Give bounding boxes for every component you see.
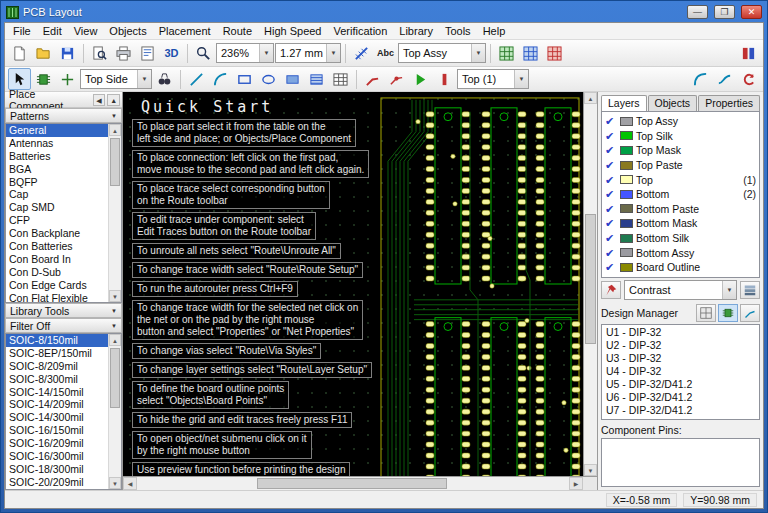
pattern-item[interactable]: CFP [6, 214, 108, 227]
pattern-item[interactable]: General [6, 124, 108, 137]
layer-row[interactable]: ✔Bottom Silk [603, 231, 758, 246]
dm-nets-button[interactable] [740, 304, 760, 322]
layer-row[interactable]: ✔Top Assy [603, 114, 758, 129]
footprint-item[interactable]: SOIC-14/150mil [6, 386, 108, 399]
footprint-item[interactable]: SOIC-16/209mil [6, 437, 108, 450]
menu-item-tools[interactable]: Tools [439, 24, 477, 38]
layer-row[interactable]: ✔Top Mask [603, 143, 758, 158]
scroll-up-icon[interactable]: ▲ [584, 92, 597, 104]
layer-color-swatch[interactable] [620, 219, 633, 228]
layer-visibility-checkbox[interactable]: ✔ [605, 232, 617, 244]
smooth-trace-button[interactable] [713, 68, 736, 90]
menu-item-high-speed[interactable]: High Speed [258, 24, 328, 38]
collapse-up-icon[interactable]: ▲ [107, 94, 120, 106]
chevron-down-icon[interactable]: ▼ [514, 70, 528, 88]
footprint-item[interactable]: SOIC-16/150mil [6, 424, 108, 437]
pattern-item[interactable]: Con Flat Flexible [6, 292, 108, 302]
tab-objects[interactable]: Objects [648, 95, 698, 111]
minimize-button[interactable]: — [687, 5, 708, 19]
copper-pour-button[interactable] [305, 68, 328, 90]
layer-pin-button[interactable] [601, 281, 621, 299]
layer-row[interactable]: ✔Bottom Assy [603, 245, 758, 260]
footprint-item[interactable]: SOIC-8/150mil [6, 334, 108, 347]
menu-item-view[interactable]: View [68, 24, 104, 38]
close-button[interactable]: ✕ [741, 5, 762, 19]
pattern-item[interactable]: Con Backplane [6, 227, 108, 240]
layer-color-swatch[interactable] [620, 248, 633, 257]
update-traces-button[interactable] [737, 68, 760, 90]
footprint-item[interactable]: SOIC-8/209mil [6, 360, 108, 373]
place-rectangle-button[interactable] [233, 68, 256, 90]
component-item[interactable]: U3 - DIP-32 [602, 352, 759, 365]
layer-row[interactable]: ✔Bottom Paste [603, 202, 758, 217]
layer-visibility-checkbox[interactable]: ✔ [605, 174, 617, 186]
pattern-item[interactable]: Cap SMD [6, 201, 108, 214]
dm-components-button[interactable] [718, 304, 738, 322]
save-button[interactable] [56, 42, 79, 64]
footprint-item[interactable]: SOIC-14/209mil [6, 398, 108, 411]
pattern-item[interactable]: Con D-Sub [6, 266, 108, 279]
library-tools-button[interactable]: Library Tools ▼ [5, 303, 122, 318]
new-button[interactable] [8, 42, 31, 64]
pattern-item[interactable]: Con Board In [6, 253, 108, 266]
layer-visibility-checkbox[interactable]: ✔ [605, 203, 617, 215]
chevron-down-icon[interactable]: ▼ [326, 44, 340, 62]
scroll-up-icon[interactable]: ▲ [109, 124, 121, 136]
layer-color-swatch[interactable] [620, 131, 633, 140]
canvas-horizontal-scrollbar[interactable]: ◀ ▶ [123, 476, 597, 490]
edit-traces-button[interactable] [385, 68, 408, 90]
layer-visibility-checkbox[interactable]: ✔ [605, 159, 617, 171]
side-combo[interactable]: Top Side▼ [80, 69, 152, 89]
pattern-item[interactable]: Cap [6, 188, 108, 201]
scroll-down-icon[interactable]: ▼ [109, 477, 121, 489]
scroll-right-icon[interactable]: ▶ [569, 477, 583, 490]
layer-color-swatch[interactable] [620, 263, 633, 272]
canvas-view[interactable]: Quick Start To place part select it from… [123, 92, 583, 476]
menu-item-library[interactable]: Library [393, 24, 439, 38]
zoom-combo[interactable]: 236%▼ [216, 43, 274, 63]
scrollbar-track[interactable] [109, 136, 121, 290]
route-trace-button[interactable] [361, 68, 384, 90]
menu-item-help[interactable]: Help [477, 24, 512, 38]
chevron-down-icon[interactable]: ▼ [722, 281, 736, 299]
chevron-down-icon[interactable]: ▼ [137, 70, 151, 88]
scrollbar-thumb[interactable] [585, 214, 596, 344]
maximize-button[interactable]: ❐ [714, 5, 735, 19]
chevron-down-icon[interactable]: ▼ [471, 44, 485, 62]
tab-properties[interactable]: Properties [698, 95, 760, 111]
run-autorouter-button[interactable] [409, 68, 432, 90]
patterns-section-button[interactable]: Patterns ▼ [5, 108, 122, 123]
layer-visibility-checkbox[interactable]: ✔ [605, 217, 617, 229]
layer-visibility-checkbox[interactable]: ✔ [605, 115, 617, 127]
layer-visibility-checkbox[interactable]: ✔ [605, 247, 617, 259]
component-item[interactable]: U1 - DIP-32 [602, 326, 759, 339]
layer-color-swatch[interactable] [620, 146, 633, 155]
print-button[interactable] [112, 42, 135, 64]
route-setup-button[interactable] [433, 68, 456, 90]
footprint-item[interactable]: SOIC-8/300mil [6, 373, 108, 386]
layer-row[interactable]: ✔Bottom(2) [603, 187, 758, 202]
pattern-item[interactable]: Antennas [6, 137, 108, 150]
component-item[interactable]: U4 - DIP-32 [602, 365, 759, 378]
layer-row[interactable]: ✔Top Silk [603, 129, 758, 144]
menu-item-verification[interactable]: Verification [328, 24, 394, 38]
menu-item-route[interactable]: Route [217, 24, 258, 38]
update-layers-button[interactable] [495, 42, 518, 64]
place-fill-button[interactable] [281, 68, 304, 90]
patterns-scrollbar[interactable]: ▲ ▼ [108, 124, 121, 302]
3d-view-button[interactable]: 3D [160, 42, 183, 64]
measure-button[interactable] [350, 42, 373, 64]
footprint-item[interactable]: SOIC-20/209mil [6, 476, 108, 489]
component-item[interactable]: U7 - DIP-32/D41.2 [602, 404, 759, 417]
layer-color-swatch[interactable] [620, 234, 633, 243]
footprint-item[interactable]: SOIC-14/300mil [6, 411, 108, 424]
component-item[interactable]: U6 - DIP-32/D41.2 [602, 391, 759, 404]
layer-row[interactable]: ✔Board Outline [603, 260, 758, 275]
titles-button[interactable] [136, 42, 159, 64]
print-preview-button[interactable] [88, 42, 111, 64]
filter-button[interactable]: Filter Off ▼ [5, 318, 122, 333]
layer-visibility-checkbox[interactable]: ✔ [605, 188, 617, 200]
scrollbar-track[interactable] [584, 104, 597, 464]
pattern-item[interactable]: BGA [6, 163, 108, 176]
place-text-button[interactable]: Abc [374, 42, 397, 64]
